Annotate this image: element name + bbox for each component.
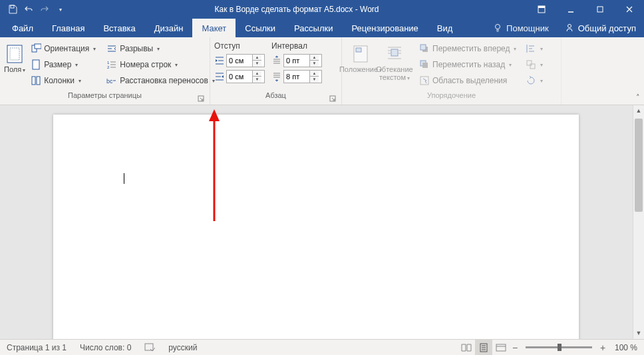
vertical-scrollbar[interactable]: ▲ ▼	[633, 105, 644, 339]
size-button[interactable]: Размер	[28, 57, 98, 72]
selection-pane-button[interactable]: Область выделения	[416, 73, 519, 88]
svg-rect-4	[597, 7, 603, 12]
ribbon-tabs: Файл Главная Вставка Дизайн Макет Ссылки…	[0, 19, 644, 37]
share-button[interactable]: Общий доступ	[557, 19, 644, 37]
scroll-up-button[interactable]: ▲	[633, 105, 644, 117]
bring-forward-button[interactable]: Переместить вперед	[416, 41, 519, 56]
zoom-knob[interactable]	[558, 344, 562, 351]
hyphenation-button[interactable]: bcРасстановка переносов	[104, 73, 218, 88]
line-numbers-button[interactable]: 12Номера строк	[104, 57, 218, 72]
redo-icon[interactable]	[39, 3, 51, 15]
group-arrange: Положение Обтекание текстом Переместить …	[342, 37, 562, 105]
tab-design[interactable]: Дизайн	[145, 19, 193, 37]
collapse-ribbon-button[interactable]: ˄	[636, 93, 640, 102]
status-bar: Страница 1 из 1 Число слов: 0 русский − …	[0, 339, 644, 355]
read-mode-icon	[461, 343, 472, 352]
svg-rect-25	[420, 45, 426, 50]
maximize-button[interactable]	[585, 0, 615, 19]
zoom-level[interactable]: 100 %	[608, 343, 644, 352]
save-icon[interactable]	[7, 3, 19, 15]
svg-text:1: 1	[107, 61, 110, 65]
spacing-header: Интервал	[271, 41, 322, 53]
view-print-layout[interactable]	[475, 340, 492, 356]
zoom-in-button[interactable]: +	[597, 342, 608, 353]
hyphenation-icon: bc	[106, 75, 117, 86]
indent-right-input[interactable]: ▲▼	[226, 70, 265, 83]
tab-review[interactable]: Рецензирование	[342, 19, 427, 37]
svg-text:2: 2	[107, 65, 110, 69]
svg-rect-28	[420, 77, 428, 85]
send-backward-icon	[419, 59, 430, 70]
page-setup-launcher[interactable]	[196, 94, 206, 103]
indent-right-icon	[214, 71, 225, 82]
tab-insert[interactable]: Вставка	[94, 19, 144, 37]
close-button[interactable]	[615, 0, 644, 19]
wrap-text-button[interactable]: Обтекание текстом	[375, 40, 414, 83]
status-page[interactable]: Страница 1 из 1	[0, 343, 73, 352]
zoom-slider[interactable]	[526, 346, 592, 348]
undo-icon[interactable]	[23, 3, 35, 15]
paragraph-launcher[interactable]	[328, 94, 337, 103]
svg-point-8	[567, 25, 571, 28]
align-button[interactable]	[523, 41, 546, 56]
bring-forward-icon	[419, 43, 430, 54]
status-language[interactable]: русский	[162, 343, 204, 352]
group-paragraph: Отступ ▲▼ ▲▼ Интервал ▲▼ ▲▼	[210, 37, 342, 105]
spacing-after-input[interactable]: ▲▼	[283, 70, 322, 83]
tab-view[interactable]: Вид	[428, 19, 462, 37]
tell-me-button[interactable]: Помощник	[485, 19, 557, 37]
svg-rect-29	[527, 61, 532, 65]
columns-button[interactable]: Колонки	[28, 73, 98, 88]
tab-references[interactable]: Ссылки	[236, 19, 285, 37]
svg-rect-15	[37, 77, 40, 85]
lightbulb-icon	[493, 23, 502, 33]
svg-rect-13	[33, 60, 39, 69]
tab-file[interactable]: Файл	[3, 19, 43, 37]
svg-rect-35	[496, 344, 506, 351]
size-icon	[31, 59, 41, 70]
window-title: Как в Ворде сделать формат A5.docx - Wor…	[67, 5, 527, 14]
status-words[interactable]: Число слов: 0	[73, 343, 138, 352]
group-arrange-label: Упорядочение	[346, 91, 557, 103]
spacing-before-icon	[271, 55, 282, 66]
send-backward-button[interactable]: Переместить назад	[416, 57, 519, 72]
scroll-down-button[interactable]: ▼	[633, 328, 644, 339]
rotate-button[interactable]	[523, 73, 546, 88]
margins-button[interactable]: Поля	[4, 40, 25, 75]
ribbon-options-button[interactable]	[527, 0, 556, 19]
tab-layout[interactable]: Макет	[192, 19, 236, 37]
breaks-button[interactable]: Разрывы	[104, 41, 218, 56]
group-objects-icon	[526, 59, 536, 70]
group-objects-button[interactable]	[523, 57, 546, 72]
orientation-icon	[31, 43, 41, 54]
scroll-thumb[interactable]	[635, 119, 643, 212]
svg-rect-21	[354, 46, 367, 62]
tab-home[interactable]: Главная	[43, 19, 94, 37]
svg-rect-2	[538, 6, 545, 8]
position-icon	[351, 44, 370, 64]
indent-left-input[interactable]: ▲▼	[226, 54, 265, 67]
svg-rect-0	[11, 5, 14, 8]
tab-mailings[interactable]: Рассылки	[285, 19, 342, 37]
zoom-out-button[interactable]: −	[510, 342, 520, 353]
margins-label: Поля	[4, 65, 25, 75]
ribbon: Поля Ориентация Размер Колонки Разрывы 1…	[0, 37, 644, 105]
group-paragraph-label: Абзац	[214, 91, 337, 103]
columns-icon	[31, 75, 41, 86]
svg-text:bc: bc	[106, 78, 113, 85]
svg-rect-12	[35, 44, 41, 49]
minimize-button[interactable]	[556, 0, 585, 19]
view-web-layout[interactable]	[492, 340, 510, 356]
print-layout-icon	[478, 343, 489, 352]
view-read-mode[interactable]	[458, 340, 475, 356]
page[interactable]	[53, 115, 579, 339]
qat-customize-icon[interactable]: ▾	[55, 3, 67, 15]
orientation-button[interactable]: Ориентация	[28, 41, 98, 56]
text-cursor	[124, 173, 124, 184]
svg-rect-22	[356, 48, 361, 52]
spacing-before-input[interactable]: ▲▼	[283, 54, 322, 67]
svg-rect-26	[420, 61, 426, 66]
status-spellcheck[interactable]	[138, 343, 162, 352]
group-page-setup-label: Параметры страницы	[4, 91, 206, 103]
position-button[interactable]: Положение	[346, 40, 375, 75]
